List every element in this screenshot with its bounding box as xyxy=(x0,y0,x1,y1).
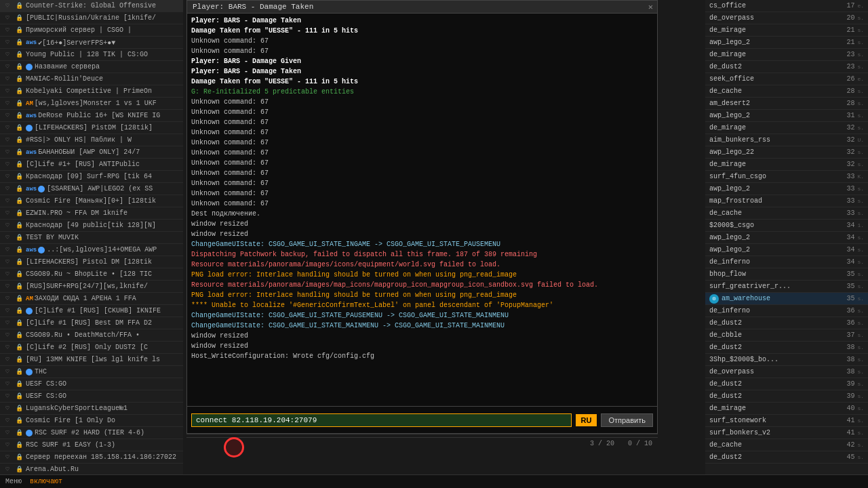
favorite-icon[interactable]: ♡ xyxy=(3,38,12,47)
map-item[interactable]: de_mirage32s. xyxy=(705,159,868,171)
send-button[interactable]: Отправить xyxy=(601,413,653,427)
server-item[interactable]: ♡🔒[C]Life #2 [RUS] Only DUST2 [C xyxy=(0,342,183,354)
server-item[interactable]: ♡🔒Arena.Abut.Ru xyxy=(0,464,183,474)
map-item[interactable]: aim_bunkers_rss32U. xyxy=(705,134,868,146)
server-item[interactable]: ♡🔒awsБАНАНОБЫЙ [AWP ONLY] 24/7 xyxy=(0,146,183,159)
server-item[interactable]: ♡🔒Counter-Strike: Global Offensive xyxy=(0,0,183,12)
favorite-icon[interactable]: ♡ xyxy=(3,233,12,243)
map-item[interactable]: de_cache28s. xyxy=(705,85,868,98)
server-item[interactable]: ♡🔒Cosmic Fire [1 Only Do xyxy=(0,415,183,427)
server-item[interactable]: ♡🔒[C]Life #1 [RUS] Best DM FFA D2 xyxy=(0,317,183,329)
favorite-icon[interactable]: ♡ xyxy=(3,123,12,133)
map-item[interactable]: awp_lego_234s. xyxy=(705,244,868,256)
map-item[interactable]: de_inferno34s. xyxy=(705,256,868,268)
server-item[interactable]: ♡🔒Kobelyaki Competitive | PrimeOn xyxy=(0,85,183,98)
favorite-icon[interactable]: ♡ xyxy=(3,160,12,169)
server-item[interactable]: ♡🔒THC xyxy=(0,366,183,378)
favorite-icon[interactable]: ♡ xyxy=(3,50,12,60)
server-item[interactable]: ♡🔒CSGO89.Ru • DeathMatch/FFA • xyxy=(0,329,183,342)
favorite-icon[interactable]: ♡ xyxy=(3,184,12,194)
server-item[interactable]: ♡🔒Краснодар [49 public[tik 128][N] xyxy=(0,220,183,232)
server-item[interactable]: ♡🔒#RSS|> ONLY HS| Паблик | W xyxy=(0,134,183,146)
server-item[interactable]: ♡🔒[LIFEHACKERS] PistDM [128tik] xyxy=(0,122,183,134)
favorite-icon[interactable]: ♡ xyxy=(3,1,12,11)
favorite-icon[interactable]: ♡ xyxy=(3,355,12,365)
server-item[interactable]: ♡🔒TEST BY MUVIK xyxy=(0,232,183,244)
map-item[interactable]: awp_lego_221s. xyxy=(705,37,868,49)
map-item[interactable]: de_dust239s. xyxy=(705,390,868,403)
server-item[interactable]: ♡🔒[RUS]SURF+RPG[24/7][ws,lknife/ xyxy=(0,281,183,293)
favorite-icon[interactable]: ♡ xyxy=(3,136,12,145)
server-item[interactable]: ♡🔒[PUBLIC|Russian/Ukraine [1knife/ xyxy=(0,12,183,24)
map-item[interactable]: de_cache33s. xyxy=(705,207,868,220)
map-item[interactable]: de_mirage32s. xyxy=(705,122,868,134)
server-item[interactable]: ♡🔒[C]Life #1+ [RUS] ANTIPublic xyxy=(0,159,183,171)
map-item[interactable]: surf_stonework41s. xyxy=(705,415,868,427)
favorite-icon[interactable]: ♡ xyxy=(3,428,12,438)
favorite-icon[interactable]: ♡ xyxy=(3,172,12,182)
server-item[interactable]: ♡🔒[LIFEHACKERS] Pistol DM [128tik xyxy=(0,256,183,268)
favorite-icon[interactable]: ♡ xyxy=(3,75,12,84)
server-item[interactable]: ♡🔒Название сервера xyxy=(0,61,183,73)
map-item[interactable]: de_cbble37s. xyxy=(705,329,868,342)
server-item[interactable]: ♡🔒[RU] 13MM KNIFE [lws lgl knife ls xyxy=(0,354,183,366)
map-item[interactable]: de_dust239s. xyxy=(705,378,868,390)
map-item[interactable]: de_dust223s. xyxy=(705,61,868,73)
server-item[interactable]: ♡🔒Краснодар [09] Surf-RPG [tik 64 xyxy=(0,171,183,183)
favorite-icon[interactable]: ♡ xyxy=(3,306,12,316)
server-item[interactable]: ♡🔒MANIAC-Rollin'Deuce xyxy=(0,73,183,85)
map-item[interactable]: de_dust236s. xyxy=(705,317,868,329)
server-item[interactable]: ♡🔒Young Public | 128 TIK | CS:GO xyxy=(0,49,183,61)
favorite-icon[interactable]: ♡ xyxy=(3,99,12,108)
favorite-icon[interactable]: ♡ xyxy=(3,453,12,462)
favorite-icon[interactable]: ♡ xyxy=(3,209,12,218)
favorite-icon[interactable]: ♡ xyxy=(3,14,12,23)
map-item[interactable]: 3Shp_$2000$_bo...38s. xyxy=(705,354,868,366)
server-item[interactable]: ♡🔒RSC SURF #1 EASY (1-3) xyxy=(0,439,183,451)
favorite-icon[interactable]: ♡ xyxy=(3,87,12,96)
favorite-icon[interactable]: ♡ xyxy=(3,270,12,279)
server-item[interactable]: ♡🔒Приморский сервер | CSGO | xyxy=(0,24,183,37)
close-icon[interactable]: ✕ xyxy=(646,2,656,12)
map-item[interactable]: seek_office26e. xyxy=(705,73,868,85)
map-item[interactable]: surf_bonkers_v241s. xyxy=(705,427,868,439)
favorite-icon[interactable]: ♡ xyxy=(3,319,12,328)
server-item[interactable]: ♡🔒UESF CS:GO xyxy=(0,378,183,390)
favorite-icon[interactable]: ♡ xyxy=(3,282,12,291)
server-item[interactable]: ♡🔒RSC SURF #2 HARD (TIER 4-6) xyxy=(0,427,183,439)
server-item[interactable]: ♡🔒Сервер переехан 185.158.114.186:27022 xyxy=(0,451,183,464)
map-item[interactable]: de_dust238s. xyxy=(705,342,868,354)
favorite-icon[interactable]: ♡ xyxy=(3,367,12,377)
map-item[interactable]: de_mirage23s. xyxy=(705,49,868,61)
server-item[interactable]: ♡🔒AMЗАХОДИ СЮДА 1 АРЕНА 1 FFA xyxy=(0,293,183,305)
map-item[interactable]: de_inferno36s. xyxy=(705,305,868,317)
server-item[interactable]: ♡🔒EZWIN.PRO ~ FFA DM 1knife xyxy=(0,207,183,220)
favorite-icon[interactable]: ♡ xyxy=(3,392,12,401)
map-item[interactable]: surf_4fun_csgo33K. xyxy=(705,171,868,183)
favorite-icon[interactable]: ♡ xyxy=(3,245,12,255)
map-item[interactable]: awp_lego_231s. xyxy=(705,110,868,122)
favorite-icon[interactable]: ♡ xyxy=(3,258,12,267)
map-item[interactable]: de_mirage40s. xyxy=(705,403,868,415)
map-item[interactable]: map_frostroad33s. xyxy=(705,195,868,207)
favorite-icon[interactable]: ♡ xyxy=(3,62,12,72)
server-item[interactable]: ♡🔒UESF CS:GO xyxy=(0,390,183,403)
map-item[interactable]: ⚙am_warehouse35s. xyxy=(705,293,868,305)
server-item[interactable]: ♡🔒LuganskCyberSportLeague№1 xyxy=(0,403,183,415)
map-item[interactable]: surf_greatriver_r...35s. xyxy=(705,281,868,293)
language-button[interactable]: RU xyxy=(576,414,597,426)
server-item[interactable]: ♡🔒AM[ws,lgloves]Monster 1 vs 1 UKF xyxy=(0,98,183,110)
favorite-icon[interactable]: ♡ xyxy=(3,441,12,450)
menu-label[interactable]: Меню xyxy=(5,478,22,485)
map-item[interactable]: de_overpass38s. xyxy=(705,366,868,378)
server-item[interactable]: ♡🔒awsDeRose Public 16+ [WS KNIFE IG xyxy=(0,110,183,122)
map-item[interactable]: cs_office17e. xyxy=(705,0,868,12)
map-item[interactable]: awp_lego_2232s. xyxy=(705,146,868,159)
favorite-icon[interactable]: ♡ xyxy=(3,26,12,35)
favorite-icon[interactable]: ♡ xyxy=(3,404,12,413)
server-item[interactable]: ♡🔒aws..:[ws,lgloves]14+OMEGA AWP xyxy=(0,244,183,256)
server-item[interactable]: ♡🔒aws[SSARENA] AWP|LEGO2 (ex SS xyxy=(0,183,183,195)
favorite-icon[interactable]: ♡ xyxy=(3,343,12,352)
favorite-icon[interactable]: ♡ xyxy=(3,416,12,426)
server-item[interactable]: ♡🔒aws✔[16+●]ServerFPS+●▼ xyxy=(0,37,183,49)
